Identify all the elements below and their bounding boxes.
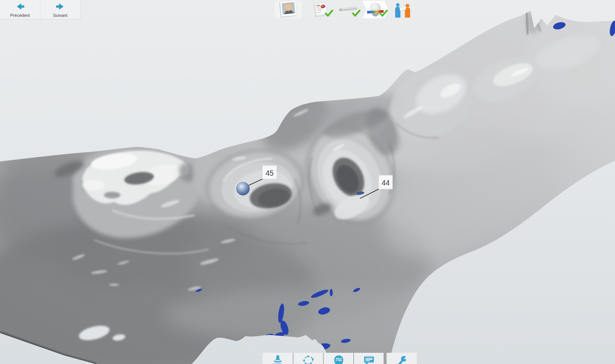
- navigation-bar: Précédent Suivant: [0, 0, 81, 19]
- arrow-left-icon: [15, 3, 26, 12]
- sphere-control-point-45[interactable]: [237, 182, 250, 195]
- check-icon: [352, 10, 361, 18]
- workflow-step-order-form[interactable]: [308, 1, 334, 18]
- tooth-icon: [332, 355, 345, 364]
- workflow-step-patient-photo[interactable]: [275, 1, 302, 18]
- application-window: 45 44 Précédent Suivant: [0, 0, 615, 364]
- spline-circle-icon: [302, 355, 315, 364]
- comment-tool-button[interactable]: [353, 353, 384, 364]
- check-icon: [325, 10, 333, 18]
- comment-icon: [363, 355, 375, 364]
- patient-photo-icon: [275, 13, 302, 19]
- die-tool-button[interactable]: [262, 353, 293, 364]
- wrench-icon: [396, 355, 408, 364]
- next-label: Suivant: [53, 13, 67, 18]
- arrow-right-icon: [55, 3, 66, 12]
- tooth-label-44: 44: [382, 179, 390, 187]
- next-button[interactable]: Suivant: [40, 0, 80, 19]
- workflow-step-scan[interactable]: [335, 1, 361, 18]
- scan-3d-viewport[interactable]: 45 44: [0, 0, 615, 364]
- previous-label: Précédent: [10, 13, 30, 18]
- margin-line-tool-button[interactable]: [293, 353, 323, 364]
- workflow-step-bar: [275, 1, 417, 18]
- jaw-scan-mesh: [0, 0, 615, 364]
- tooth-label-45: 45: [265, 169, 274, 177]
- settings-tool-button[interactable]: [387, 353, 417, 364]
- send-order-icon: [390, 1, 416, 18]
- tooth-tool-button[interactable]: [323, 353, 353, 364]
- die-icon: [271, 355, 284, 364]
- check-icon: [379, 10, 388, 18]
- previous-button[interactable]: Précédent: [0, 0, 40, 19]
- workflow-step-design[interactable]: [362, 1, 388, 18]
- workflow-step-send[interactable]: [390, 1, 416, 18]
- bottom-toolbar: [262, 353, 417, 364]
